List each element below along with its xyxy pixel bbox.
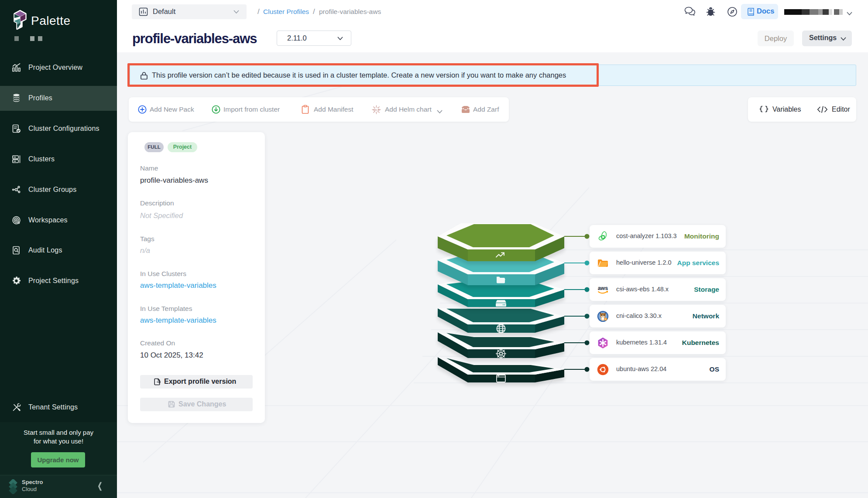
svg-text:HELM: HELM bbox=[373, 109, 380, 111]
svg-text:aws: aws bbox=[598, 285, 608, 291]
